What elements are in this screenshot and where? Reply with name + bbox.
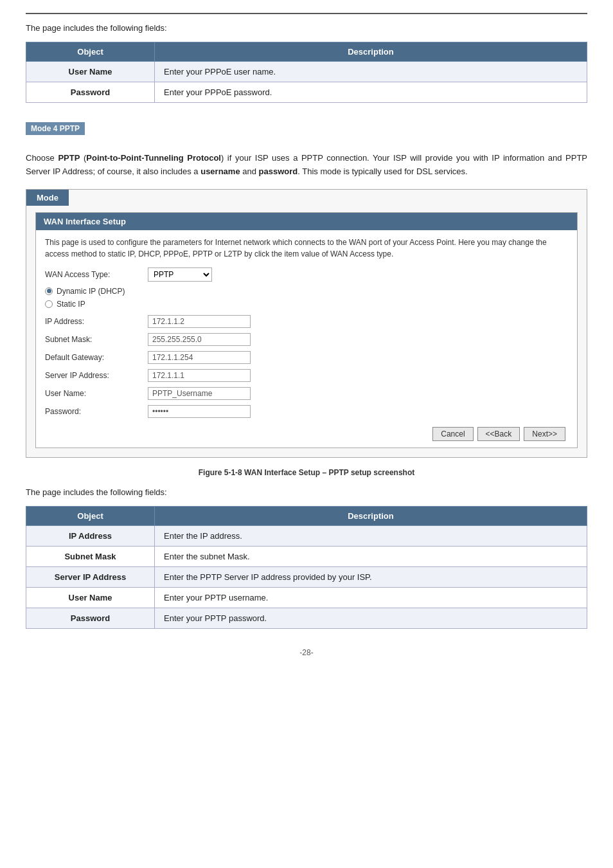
mode-tab: Mode	[26, 190, 69, 206]
dynamic-ip-label: Dynamic IP (DHCP)	[57, 287, 125, 296]
wan-interface-body: This page is used to configure the param…	[36, 230, 577, 448]
field-row-5: Password:	[45, 405, 568, 418]
field-label-3: Server IP Address:	[45, 371, 148, 380]
page-number: -28-	[26, 648, 587, 657]
table2-row-desc: Enter your PPTP password.	[155, 608, 587, 628]
table2-row-desc: Enter the IP address.	[155, 525, 587, 546]
field-label-5: Password:	[45, 407, 148, 416]
table2-col-description: Description	[155, 506, 587, 525]
back-button[interactable]: <<Back	[477, 427, 520, 441]
field-row-3: Server IP Address:	[45, 369, 568, 382]
wan-access-type-select[interactable]: PPTP	[148, 267, 212, 282]
field-row-0: IP Address:	[45, 315, 568, 328]
dynamic-ip-radio[interactable]	[45, 287, 53, 295]
table2-row-object: Password	[26, 608, 155, 628]
field-label-0: IP Address:	[45, 317, 148, 326]
table1-col-description: Description	[155, 42, 587, 62]
field-row-4: User Name:	[45, 387, 568, 400]
cancel-button[interactable]: Cancel	[432, 427, 473, 441]
field-label-4: User Name:	[45, 389, 148, 398]
wan-interface-header: WAN Interface Setup	[36, 213, 577, 230]
top-border	[26, 13, 587, 14]
mode-container: Mode WAN Interface Setup This page is us…	[26, 189, 587, 458]
table1-row-object: Password	[26, 82, 155, 103]
table2-row-object: Server IP Address	[26, 566, 155, 587]
wan-access-type-row: WAN Access Type: PPTP	[45, 267, 568, 282]
dynamic-ip-radio-row[interactable]: Dynamic IP (DHCP)	[45, 287, 568, 296]
table2-row-desc: Enter your PPTP username.	[155, 587, 587, 608]
field-input-2[interactable]	[148, 351, 251, 364]
field-input-4[interactable]	[148, 387, 251, 400]
next-button[interactable]: Next>>	[524, 427, 565, 441]
body-text: Choose PPTP (Point-to-Point-Tunneling Pr…	[26, 152, 587, 179]
field-input-5[interactable]	[148, 405, 251, 418]
field-input-1[interactable]	[148, 333, 251, 346]
wan-interface-box: WAN Interface Setup This page is used to…	[35, 212, 578, 448]
field-label-1: Subnet Mask:	[45, 335, 148, 344]
field-row-1: Subnet Mask:	[45, 333, 568, 346]
table1-row-object: User Name	[26, 62, 155, 82]
field-row-2: Default Gateway:	[45, 351, 568, 364]
intro-text-1: The page includes the following fields:	[26, 23, 587, 33]
field-label-2: Default Gateway:	[45, 353, 148, 362]
figure-caption: Figure 5-1-8 WAN Interface Setup – PPTP …	[26, 468, 587, 477]
button-row: Cancel <<Back Next>>	[45, 427, 568, 441]
intro-text-2: The page includes the following fields:	[26, 487, 587, 497]
table2-row-desc: Enter the PPTP Server IP address provide…	[155, 566, 587, 587]
table2-row-object: Subnet Mask	[26, 546, 155, 566]
pppoe-table: Object Description User NameEnter your P…	[26, 42, 587, 103]
table1-row-desc: Enter your PPPoE user name.	[155, 62, 587, 82]
static-ip-radio-row[interactable]: Static IP	[45, 300, 568, 309]
table2-row-object: IP Address	[26, 525, 155, 546]
wan-access-type-label: WAN Access Type:	[45, 270, 148, 279]
form-fields: IP Address:Subnet Mask:Default Gateway:S…	[45, 315, 568, 418]
pptp-table: Object Description IP AddressEnter the I…	[26, 506, 587, 629]
table2-col-object: Object	[26, 506, 155, 525]
table2-row-object: User Name	[26, 587, 155, 608]
static-ip-radio[interactable]	[45, 300, 53, 308]
field-input-3[interactable]	[148, 369, 251, 382]
table2-row-desc: Enter the subnet Mask.	[155, 546, 587, 566]
table1-col-object: Object	[26, 42, 155, 62]
field-input-0[interactable]	[148, 315, 251, 328]
table1-row-desc: Enter your PPPoE password.	[155, 82, 587, 103]
wan-desc-text: This page is used to configure the param…	[45, 237, 568, 260]
static-ip-label: Static IP	[57, 300, 85, 309]
section-heading: Mode 4 PPTP	[26, 122, 85, 135]
